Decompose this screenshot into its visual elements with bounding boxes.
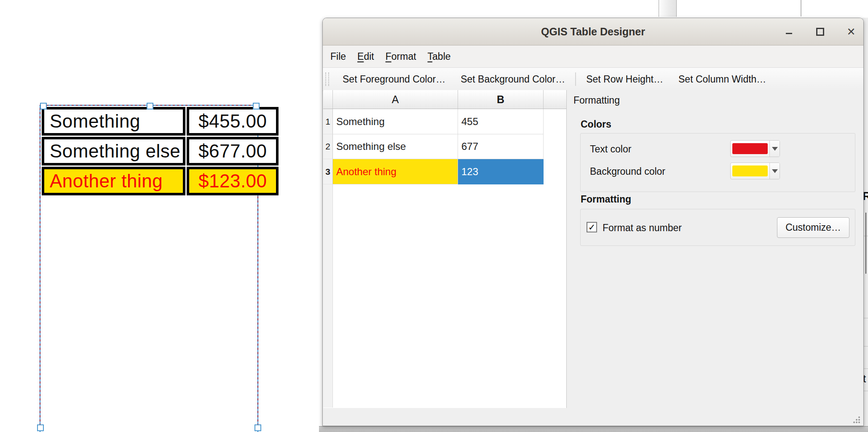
chevron-down-icon bbox=[772, 169, 778, 173]
formatting-group: ✓ Format as number Customize… bbox=[580, 209, 855, 246]
canvas-cell: Something bbox=[42, 107, 185, 136]
column-header-filler bbox=[544, 90, 566, 109]
canvas-cell: $455.00 bbox=[187, 107, 279, 136]
toolbar: Set Foreground Color… Set Background Col… bbox=[323, 68, 863, 91]
window-title: QGIS Table Designer bbox=[323, 18, 863, 45]
text-color-picker[interactable] bbox=[730, 140, 780, 157]
background-line bbox=[865, 213, 866, 274]
canvas-table-row-highlighted: Another thing $123.00 bbox=[42, 167, 279, 195]
background-scrollbar-fragment bbox=[659, 0, 677, 17]
spreadsheet-view: A B 1 Something 455 2 Something else 677… bbox=[323, 90, 567, 408]
maximize-icon bbox=[816, 28, 824, 36]
column-header-a[interactable]: A bbox=[333, 90, 458, 109]
background-color-dropdown-button[interactable] bbox=[769, 163, 780, 179]
selection-handle-top-right[interactable] bbox=[253, 103, 260, 109]
colors-group-heading: Colors bbox=[581, 119, 611, 130]
window-controls: ✕ bbox=[784, 18, 856, 45]
cell-a2[interactable]: Something else bbox=[333, 134, 458, 159]
corner-header[interactable] bbox=[323, 90, 333, 109]
panel-title: Formatting bbox=[573, 95, 620, 106]
cell-a1[interactable]: Something bbox=[333, 109, 458, 134]
sheet-row-3: 3 Another thing 123 bbox=[323, 159, 566, 184]
background-color-label: Background color bbox=[590, 163, 665, 180]
maximize-button[interactable] bbox=[815, 27, 825, 36]
text-color-dropdown-button[interactable] bbox=[769, 141, 780, 157]
toolbar-separator bbox=[575, 72, 576, 86]
column-header-b[interactable]: B bbox=[458, 90, 544, 109]
row-header-3[interactable]: 3 bbox=[323, 159, 333, 184]
toolbar-handle-icon[interactable] bbox=[325, 72, 329, 86]
canvas-table-row: Something else $677.00 bbox=[42, 137, 279, 165]
background-color-swatch bbox=[732, 165, 768, 176]
minimize-icon bbox=[786, 33, 792, 34]
canvas-table-row: Something $455.00 bbox=[42, 107, 279, 136]
text-color-label: Text color bbox=[590, 140, 631, 158]
screen: R t Something $455.00 Something else $67… bbox=[0, 0, 868, 432]
canvas-cell: $123.00 bbox=[187, 167, 279, 195]
customize-button[interactable]: Customize… bbox=[777, 217, 849, 238]
set-background-color-button[interactable]: Set Background Color… bbox=[461, 74, 565, 85]
selection-handle-mid-left[interactable] bbox=[37, 424, 44, 431]
canvas-table[interactable]: Something $455.00 Something else $677.00… bbox=[40, 106, 280, 197]
row-header-1[interactable]: 1 bbox=[323, 109, 333, 134]
menu-table[interactable]: Table bbox=[428, 51, 451, 62]
dialog-content: A B 1 Something 455 2 Something else 677… bbox=[323, 90, 863, 426]
cell-b2[interactable]: 677 bbox=[458, 134, 544, 159]
set-column-width-button[interactable]: Set Column Width… bbox=[678, 74, 766, 85]
format-as-number-checkbox[interactable]: ✓ bbox=[587, 222, 597, 232]
close-icon: ✕ bbox=[847, 27, 856, 37]
selection-handle-mid-right[interactable] bbox=[255, 424, 261, 431]
checkmark-icon: ✓ bbox=[588, 223, 596, 232]
menu-bar: File Edit Format Table bbox=[323, 45, 863, 68]
set-foreground-color-button[interactable]: Set Foreground Color… bbox=[343, 74, 445, 85]
text-color-swatch bbox=[732, 143, 768, 154]
canvas-cell: $677.00 bbox=[187, 137, 279, 165]
minimize-button[interactable] bbox=[784, 27, 793, 36]
sheet-row-2: 2 Something else 677 bbox=[323, 134, 566, 159]
row-header-2[interactable]: 2 bbox=[323, 134, 333, 159]
cell-b1[interactable]: 455 bbox=[458, 109, 544, 134]
canvas-cell: Another thing bbox=[42, 167, 185, 195]
resize-grip[interactable] bbox=[853, 416, 860, 423]
cell-b3-selected[interactable]: 123 bbox=[458, 159, 544, 184]
selection-handle-top-center[interactable] bbox=[147, 103, 153, 109]
colors-group: Text color Background color bbox=[580, 133, 855, 192]
formatting-panel: Formatting Colors Text color Background … bbox=[567, 90, 863, 426]
set-row-height-button[interactable]: Set Row Height… bbox=[586, 74, 663, 85]
sheet-row-1: 1 Something 455 bbox=[323, 109, 566, 134]
formatting-group-heading: Formatting bbox=[581, 194, 631, 205]
title-bar[interactable]: QGIS Table Designer ✕ bbox=[323, 18, 863, 45]
cell-a3[interactable]: Another thing bbox=[333, 159, 458, 184]
background-color-picker[interactable] bbox=[730, 163, 780, 179]
selection-handle-top-left[interactable] bbox=[40, 103, 47, 109]
background-divider-fragment bbox=[801, 0, 801, 16]
chevron-down-icon bbox=[772, 147, 778, 151]
canvas-cell: Something else bbox=[42, 137, 185, 165]
format-as-number-label[interactable]: Format as number bbox=[603, 209, 682, 246]
row-header-strip bbox=[323, 184, 333, 408]
close-button[interactable]: ✕ bbox=[847, 27, 856, 36]
menu-edit[interactable]: Edit bbox=[357, 51, 374, 62]
menu-format[interactable]: Format bbox=[386, 51, 416, 62]
qgis-table-designer-dialog: QGIS Table Designer ✕ File Edit Format T… bbox=[322, 18, 864, 426]
window-bottom-shadow bbox=[319, 426, 868, 432]
column-header-row: A B bbox=[323, 90, 566, 109]
menu-file[interactable]: File bbox=[330, 51, 346, 62]
